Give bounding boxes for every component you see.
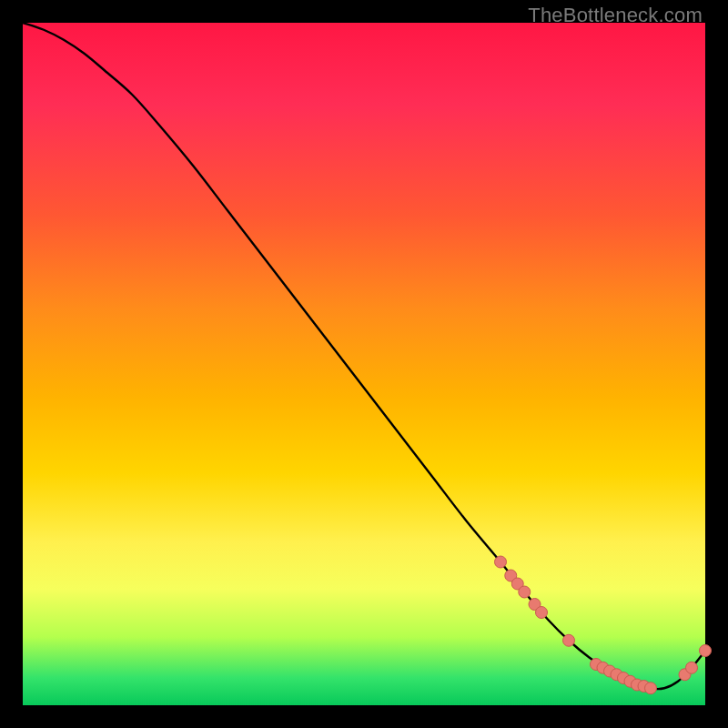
curve-marker <box>645 682 657 694</box>
curve-marker <box>536 607 548 619</box>
curve-marker <box>686 662 698 673</box>
curve-marker <box>563 634 575 646</box>
curve-marker <box>519 586 531 598</box>
curve-marker <box>495 556 507 568</box>
curve-markers <box>495 556 712 694</box>
curve-marker <box>700 645 712 657</box>
plot-area <box>23 23 705 705</box>
curve-svg <box>23 23 705 705</box>
chart-frame: TheBottleneck.com <box>0 0 728 728</box>
bottleneck-curve <box>23 23 705 689</box>
